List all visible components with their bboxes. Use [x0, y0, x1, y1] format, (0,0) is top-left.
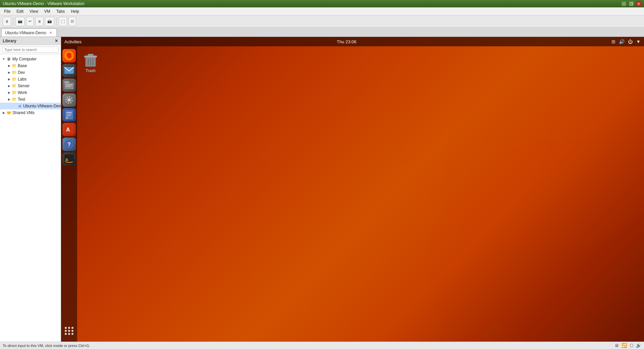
- statusbar-network-icon[interactable]: 🔁: [622, 343, 627, 348]
- trash-icon: [83, 52, 99, 68]
- toolbar-screenshot-button[interactable]: 📷: [15, 17, 25, 26]
- tab-label: Ubuntu-VMware-Demo: [5, 31, 46, 35]
- vm-viewport[interactable]: Activities Thu 23:06 ⊞ 🔊 ⏻ ▼: [61, 37, 644, 342]
- folder-icon-server: 📁: [11, 83, 17, 89]
- dock-icon-appstore[interactable]: A: [62, 123, 76, 136]
- statusbar-right: 🖥 🔁 ⬡ 🔊: [614, 343, 641, 348]
- power-icon[interactable]: ⏻: [628, 39, 633, 44]
- svg-text:a: a: [65, 157, 68, 162]
- network-icon[interactable]: ⊞: [611, 39, 615, 44]
- dock-icon-help[interactable]: ?: [62, 138, 76, 151]
- tab-close-button[interactable]: ✕: [48, 31, 53, 35]
- toggle-server[interactable]: ▶: [7, 84, 11, 88]
- ubuntu-dock: W A ?: [61, 46, 77, 342]
- statusbar-vm-icon[interactable]: 🖥: [614, 343, 619, 348]
- firefox-svg: [63, 50, 75, 62]
- sidebar-item-my-computer[interactable]: ▼ 🖥 My Computer: [0, 56, 61, 62]
- sidebar-item-ubuntu-vmware-demo[interactable]: ▶ 🖥 Ubuntu-VMware-Demo: [0, 103, 61, 109]
- shared-icon: 🤝: [6, 110, 11, 115]
- panel-menu-arrow[interactable]: ▼: [636, 39, 641, 44]
- toggle-work[interactable]: ▶: [7, 90, 11, 95]
- title-bar: Ubuntu-VMware-Demo - VMware Workstation …: [0, 0, 644, 7]
- sidebar-item-base[interactable]: ▶ 📁 Base: [0, 62, 61, 69]
- sidebar-item-work[interactable]: ▶ 📁 Work: [0, 89, 61, 96]
- svg-rect-9: [66, 86, 71, 87]
- statusbar-audio-icon[interactable]: 🔊: [636, 343, 641, 348]
- help-svg: ?: [63, 138, 75, 150]
- svg-rect-13: [66, 112, 72, 113]
- trash-svg: [83, 52, 99, 68]
- ubuntu-desktop[interactable]: Activities Thu 23:06 ⊞ 🔊 ⏻ ▼: [61, 37, 644, 342]
- svg-rect-14: [66, 114, 72, 114]
- dock-icon-firefox[interactable]: [62, 49, 76, 62]
- toggle-my-computer[interactable]: ▼: [1, 57, 6, 61]
- screenshot-icon: 📷: [18, 19, 22, 23]
- dock-show-apps-button[interactable]: [62, 324, 76, 338]
- svg-rect-6: [64, 83, 74, 89]
- window-title: Ubuntu-VMware-Demo - VMware Workstation: [3, 1, 85, 6]
- toolbar-suspend-button[interactable]: ⏸: [35, 17, 44, 26]
- toggle-shared[interactable]: ▶: [1, 110, 6, 115]
- dock-icon-writer[interactable]: W: [62, 108, 76, 121]
- dev-label: Dev: [18, 70, 25, 75]
- statusbar-usb-icon[interactable]: ⬡: [630, 343, 633, 348]
- panel-clock: Thu 23:06: [337, 39, 357, 44]
- dock-icon-amazon[interactable]: a: [62, 152, 76, 166]
- toggle-base[interactable]: ▶: [7, 63, 11, 68]
- sidebar-close-button[interactable]: ✕: [55, 39, 58, 43]
- computer-icon: 🖥: [6, 56, 11, 62]
- toggle-labs[interactable]: ▶: [7, 77, 11, 82]
- toggle-test[interactable]: ▶: [7, 97, 11, 102]
- sidebar: Library ✕ ▼ 🖥 My Computer ▶ 📁 Base ▶ 📁: [0, 37, 61, 342]
- trash-label: Trash: [86, 68, 96, 73]
- main-layout: Library ✕ ▼ 🖥 My Computer ▶ 📁 Base ▶ 📁: [0, 37, 644, 342]
- close-button[interactable]: ✕: [636, 1, 641, 6]
- server-label: Server: [18, 84, 30, 88]
- toolbar-snapshot-button[interactable]: 📸: [45, 17, 54, 26]
- menu-edit[interactable]: Edit: [14, 8, 26, 14]
- dock-icon-mail[interactable]: [62, 64, 76, 77]
- menu-view[interactable]: View: [27, 8, 41, 14]
- sidebar-item-test[interactable]: ▶ 📁 Test: [0, 96, 61, 103]
- menu-file[interactable]: File: [1, 8, 13, 14]
- toolbar-fullscreen-button[interactable]: ⛶: [59, 17, 67, 26]
- suspend-icon: ⏸: [38, 19, 41, 23]
- fullscreen-icon: ⛶: [61, 19, 65, 23]
- sidebar-item-shared-vms[interactable]: ▶ 🤝 Shared VMs: [0, 109, 61, 116]
- status-message: To direct input to this VM, click inside…: [3, 344, 90, 348]
- panel-right: ⊞ 🔊 ⏻ ▼: [611, 39, 641, 44]
- toolbar-unity-button[interactable]: ⊡: [68, 17, 76, 26]
- ubuntu-top-panel: Activities Thu 23:06 ⊞ 🔊 ⏻ ▼: [61, 37, 644, 46]
- mail-svg: [63, 64, 75, 77]
- volume-icon[interactable]: 🔊: [619, 39, 625, 44]
- svg-rect-15: [66, 115, 70, 116]
- tab-bar: Ubuntu-VMware-Demo ✕: [0, 28, 644, 37]
- toggle-dev[interactable]: ▶: [7, 70, 11, 75]
- snapshot-icon: 📸: [47, 19, 52, 23]
- sidebar-item-dev[interactable]: ▶ 📁 Dev: [0, 69, 61, 76]
- dock-icon-files[interactable]: [62, 79, 76, 92]
- appstore-svg: A: [63, 123, 75, 136]
- sidebar-title: Library: [3, 39, 16, 43]
- search-input[interactable]: [2, 47, 59, 53]
- menu-help[interactable]: Help: [68, 8, 82, 14]
- panel-left: Activities: [64, 39, 82, 44]
- minimize-button[interactable]: ─: [621, 1, 627, 6]
- sidebar-item-labs[interactable]: ▶ 📁 Labs: [0, 76, 61, 83]
- tab-ubuntu-vmware-demo[interactable]: Ubuntu-VMware-Demo ✕: [1, 29, 57, 37]
- desktop-trash-icon[interactable]: Trash: [81, 50, 100, 74]
- dock-icon-settings[interactable]: [62, 93, 76, 107]
- folder-icon-dev: 📁: [11, 70, 17, 75]
- settings-svg: [63, 94, 75, 106]
- pause-icon: ⏸: [5, 19, 9, 23]
- sidebar-search-area: [0, 45, 61, 54]
- unity-icon: ⊡: [71, 19, 74, 23]
- revert-icon: ↩: [29, 19, 32, 23]
- toolbar-revert-button[interactable]: ↩: [26, 17, 34, 26]
- restore-button[interactable]: ❐: [629, 1, 634, 6]
- toolbar-pause-button[interactable]: ⏸: [3, 17, 11, 26]
- sidebar-item-server[interactable]: ▶ 📁 Server: [0, 83, 61, 89]
- menu-vm[interactable]: VM: [42, 8, 53, 14]
- menu-tabs[interactable]: Tabs: [54, 8, 67, 14]
- activities-button[interactable]: Activities: [64, 39, 82, 44]
